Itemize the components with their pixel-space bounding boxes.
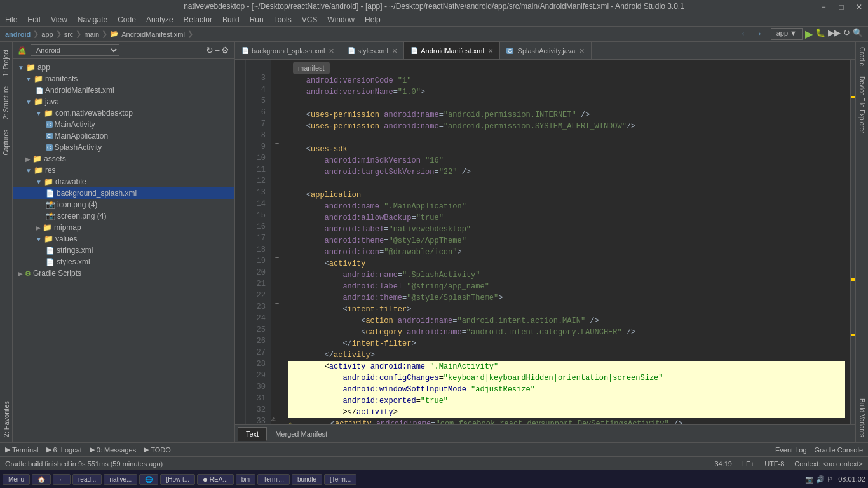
breadcrumb-item-manifest-label[interactable]: AndroidManifest.xml — [121, 30, 185, 38]
close-bg-splash-tab[interactable]: × — [329, 46, 334, 56]
close-styles-tab[interactable]: × — [392, 46, 397, 56]
taskbar-chrome[interactable]: 🌐 — [139, 474, 158, 485]
toolbar-icon-1[interactable]: ▶▶ — [828, 28, 841, 40]
tab-text[interactable]: Text — [238, 427, 267, 441]
tab-androidmanifest[interactable]: 📄 AndroidManifest.xml × — [404, 42, 500, 59]
menu-vcs[interactable]: VCS — [297, 13, 323, 26]
todo-tab[interactable]: ▶ TODO — [144, 445, 171, 454]
tree-item-java[interactable]: ▼ 📁 java — [13, 96, 234, 107]
tree-item-icon-png[interactable]: 📸 icon.png (4) — [13, 199, 234, 210]
run-button[interactable]: ▶ — [805, 28, 813, 40]
taskbar-menu[interactable]: Menu — [3, 474, 30, 485]
tree-item-package[interactable]: ▼ 📁 com.nativewebdesktop — [13, 107, 234, 119]
tree-item-background-splash[interactable]: 📄 background_splash.xml — [13, 187, 234, 199]
taskbar-read[interactable]: read... — [72, 474, 102, 485]
debug-button[interactable]: 🐛 — [815, 28, 825, 40]
tree-item-res[interactable]: ▼ 📁 res — [13, 165, 234, 176]
menu-run[interactable]: Run — [245, 13, 269, 26]
menu-navigate[interactable]: Navigate — [72, 13, 112, 26]
gradle-tab[interactable]: Gradle — [857, 42, 867, 71]
folder-expand-icon-mipmap: ▶ — [36, 224, 41, 231]
toolbar-back-button[interactable]: ← — [740, 28, 750, 40]
taskbar-rea[interactable]: ◆ REA... — [197, 474, 234, 485]
device-file-explorer-tab[interactable]: Device File Explorer — [857, 71, 867, 138]
sync-icon[interactable]: ↻ — [206, 45, 214, 55]
tab-styles[interactable]: 📄 styles.xml × — [341, 42, 404, 59]
breadcrumb-item-app[interactable]: app — [41, 30, 53, 38]
menu-build[interactable]: Build — [217, 13, 245, 26]
structure-tab[interactable]: 2: Structure — [1, 81, 11, 125]
stripe-marker-2 — [851, 278, 855, 281]
gutter-19-fold[interactable]: − — [271, 254, 283, 266]
breadcrumb-item-main[interactable]: main — [84, 30, 99, 38]
taskbar-bundle[interactable]: bundle — [292, 474, 322, 485]
gutter-13-fold[interactable]: − — [271, 186, 283, 197]
close-androidmanifest-tab[interactable]: × — [488, 46, 493, 56]
project-tab[interactable]: 1: Project — [1, 44, 11, 81]
messages-tab[interactable]: ▶ 0: Messages — [90, 445, 136, 454]
menu-edit[interactable]: Edit — [22, 13, 46, 26]
tree-item-mipmap[interactable]: ▶ 📁 mipmap — [13, 222, 234, 233]
tree-item-drawable[interactable]: ▼ 📁 drawable — [13, 176, 234, 187]
toolbar-icon-2[interactable]: ↻ — [843, 28, 850, 40]
tree-item-mainapplication[interactable]: C MainApplication — [13, 130, 234, 142]
taskbar-term2[interactable]: [Term... — [324, 474, 356, 485]
taskbar-howto[interactable]: [How t... — [160, 474, 195, 485]
code-line-3: android:versionCode="1" — [288, 75, 845, 86]
logcat-tab[interactable]: ▶ 6: Logcat — [46, 445, 82, 454]
tree-item-manifests[interactable]: ▼ 📁 manifests — [13, 73, 234, 85]
menu-view[interactable]: View — [46, 13, 72, 26]
tree-item-app[interactable]: ▼ 📁 app — [13, 62, 234, 73]
taskbar-termi[interactable]: Termi... — [257, 474, 290, 485]
close-splashactivity-tab[interactable]: × — [579, 46, 584, 56]
settings-icon[interactable]: ⚙ — [221, 45, 229, 55]
minimize-button[interactable]: − — [815, 0, 832, 14]
maximize-button[interactable]: □ — [832, 0, 850, 14]
tab-splashactivity[interactable]: C SplashActivity.java × — [500, 42, 592, 59]
tab-background-splash[interactable]: 📄 background_splash.xml × — [235, 42, 341, 59]
gutter-23-fold[interactable]: − — [271, 300, 283, 311]
menu-code[interactable]: Code — [112, 13, 141, 26]
taskbar-back[interactable]: ← — [53, 474, 71, 485]
menu-file[interactable]: File — [0, 13, 22, 26]
tab-merged-manifest[interactable]: Merged Manifest — [267, 427, 336, 441]
tree-item-androidmanifest[interactable]: 📄 AndroidManifest.xml — [13, 85, 234, 96]
tree-item-splashactivity[interactable]: C SplashActivity — [13, 142, 234, 153]
tree-item-gradle-scripts[interactable]: ▶ ⚙ Gradle Scripts — [13, 268, 234, 279]
tree-item-assets[interactable]: ▶ 📁 assets — [13, 153, 234, 165]
gradle-console-link[interactable]: Gradle Console — [815, 446, 863, 454]
breadcrumb-item-manifest[interactable]: 📂 — [110, 30, 119, 38]
app-dropdown[interactable]: app ▼ — [771, 28, 803, 40]
menu-window[interactable]: Window — [322, 13, 360, 26]
captures-tab[interactable]: Captures — [1, 125, 11, 161]
menu-refactor[interactable]: Refactor — [179, 13, 217, 26]
collapse-icon[interactable]: − — [215, 45, 220, 55]
code-editor[interactable]: 3 4 5 6 7 8 9 10 11 12 13 14 15 16 17 18 — [235, 60, 855, 424]
menu-analyze[interactable]: Analyze — [141, 13, 179, 26]
favorites-tab[interactable]: 2: Favorites — [1, 396, 12, 442]
toolbar-forward-button[interactable]: → — [753, 28, 763, 40]
tree-item-strings-xml[interactable]: 📄 strings.xml — [13, 245, 234, 256]
breadcrumb-item-src[interactable]: src — [64, 30, 74, 38]
tree-item-styles-xml[interactable]: 📄 styles.xml — [13, 256, 234, 268]
tree-item-values[interactable]: ▼ 📁 values — [13, 233, 234, 245]
tree-item-screen-png[interactable]: 📸 screen.png (4) — [13, 210, 234, 222]
taskbar-bin[interactable]: bin — [236, 474, 255, 485]
code-editor-text[interactable]: manifest android:versionCode="1" android… — [283, 60, 850, 424]
close-button[interactable]: ✕ — [850, 0, 868, 14]
event-log-link[interactable]: Event Log — [775, 446, 807, 454]
res-folder-icon: 📁 — [34, 166, 43, 175]
line-num-28: 28 — [248, 358, 266, 370]
menu-help[interactable]: Help — [360, 13, 386, 26]
tree-item-mainactivity[interactable]: C MainActivity — [13, 119, 234, 130]
tree-label-strings-xml: strings.xml — [57, 246, 93, 255]
project-view-selector[interactable]: Android Project — [31, 44, 119, 56]
breadcrumb-item-android[interactable]: android — [5, 30, 31, 38]
build-variants-tab[interactable]: Build Variants — [857, 393, 867, 442]
gutter-9-fold[interactable]: − — [271, 140, 283, 151]
taskbar-home[interactable]: 🏠 — [32, 474, 51, 485]
menu-tools[interactable]: Tools — [269, 13, 297, 26]
taskbar-native[interactable]: native... — [104, 474, 137, 485]
terminal-tab[interactable]: ▶ Terminal — [5, 445, 39, 454]
search-everywhere-button[interactable]: 🔍 — [853, 28, 863, 40]
